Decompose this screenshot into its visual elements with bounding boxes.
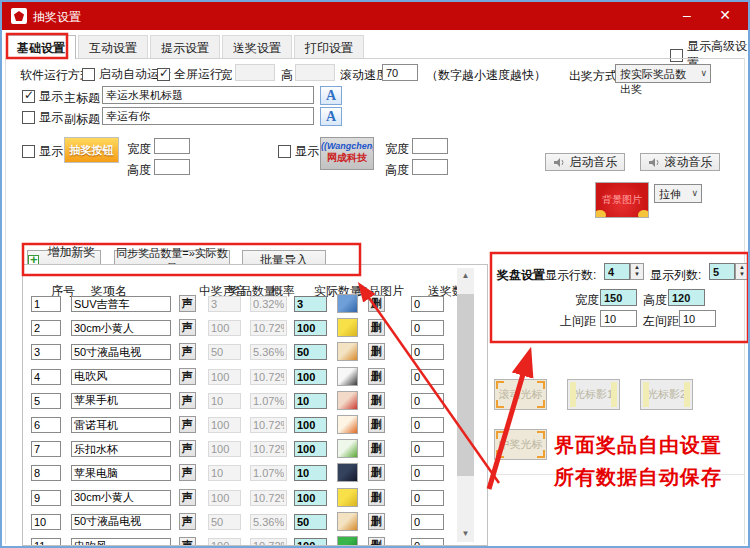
scroll-speed-input[interactable] [382, 64, 418, 81]
give-count-input[interactable] [411, 490, 444, 506]
actual-qty-input[interactable] [294, 344, 327, 360]
logo-height-input[interactable] [412, 159, 448, 175]
draw-button-image[interactable]: 抽奖按钮 [64, 137, 119, 163]
sound-button[interactable]: 声 [179, 513, 196, 530]
cols-spinner[interactable]: ▲▼ [735, 263, 749, 280]
prize-qty-input[interactable] [208, 369, 241, 385]
prize-name-input[interactable] [71, 393, 171, 409]
give-count-input[interactable] [411, 296, 444, 312]
prize-image[interactable] [337, 463, 358, 482]
probability-input[interactable] [250, 320, 287, 336]
sound-button[interactable]: 声 [179, 295, 196, 312]
top-gap-input[interactable] [600, 310, 637, 327]
scrollbar-down-icon[interactable]: ▼ [457, 526, 474, 542]
rows-input[interactable] [604, 263, 630, 280]
actual-qty-input[interactable] [294, 296, 327, 312]
left-gap-input[interactable] [679, 310, 716, 327]
actual-qty-input[interactable] [294, 393, 327, 409]
actual-qty-input[interactable] [294, 369, 327, 385]
row-index-input[interactable] [31, 538, 61, 546]
cursor-image-button-4[interactable]: 中奖光标 [494, 429, 547, 460]
prize-name-input[interactable] [71, 490, 171, 506]
sound-button[interactable]: 声 [179, 368, 196, 385]
row-index-input[interactable] [31, 369, 61, 385]
draw-button-show-checkbox[interactable]: 显示 [22, 143, 63, 160]
delete-button[interactable]: 删 [368, 513, 385, 530]
prize-name-input[interactable] [71, 320, 171, 336]
prize-name-input[interactable] [71, 538, 171, 546]
actual-qty-input[interactable] [294, 320, 327, 336]
row-index-input[interactable] [31, 393, 61, 409]
sound-button[interactable]: 声 [179, 343, 196, 360]
probability-input[interactable] [250, 441, 287, 457]
give-count-input[interactable] [411, 514, 444, 530]
scroll-music-button[interactable]: 滚动音乐 [640, 153, 720, 171]
cell-width-input[interactable] [600, 289, 637, 306]
prize-qty-input[interactable] [208, 490, 241, 506]
logo-width-input[interactable] [412, 138, 448, 154]
row-index-input[interactable] [31, 296, 61, 312]
rows-spinner[interactable]: ▲▼ [630, 263, 644, 280]
tab-1[interactable]: 基础设置 [6, 35, 76, 59]
delete-button[interactable]: 删 [368, 368, 385, 385]
probability-input[interactable] [250, 538, 287, 546]
row-index-input[interactable] [31, 344, 61, 360]
row-index-input[interactable] [31, 514, 61, 530]
actual-qty-input[interactable] [294, 514, 327, 530]
give-count-input[interactable] [411, 465, 444, 481]
prize-qty-input[interactable] [208, 296, 241, 312]
prize-image[interactable] [337, 318, 358, 337]
probability-input[interactable] [250, 514, 287, 530]
scrollbar-up-icon[interactable]: ▲ [457, 268, 474, 284]
probability-input[interactable] [250, 296, 287, 312]
button-height-input[interactable] [154, 159, 190, 175]
row-index-input[interactable] [31, 417, 61, 433]
prize-image[interactable] [337, 415, 358, 434]
probability-input[interactable] [250, 393, 287, 409]
sound-button[interactable]: 声 [179, 489, 196, 506]
actual-qty-input[interactable] [294, 417, 327, 433]
prize-name-input[interactable] [71, 514, 171, 530]
prize-qty-input[interactable] [208, 514, 241, 530]
sound-button[interactable]: 声 [179, 464, 196, 481]
sound-button[interactable]: 声 [179, 416, 196, 433]
prize-image[interactable] [337, 294, 358, 313]
prize-qty-input[interactable] [208, 344, 241, 360]
prize-qty-input[interactable] [208, 417, 241, 433]
fullscreen-checkbox[interactable]: 全屏运行 [157, 66, 222, 83]
minimize-icon[interactable]: – [670, 2, 704, 30]
prize-image[interactable] [337, 512, 358, 531]
run-width-input[interactable] [235, 64, 275, 81]
tab-5[interactable]: 打印设置 [294, 35, 364, 58]
prize-name-input[interactable] [71, 344, 171, 360]
give-count-input[interactable] [411, 344, 444, 360]
delete-button[interactable]: 删 [368, 440, 385, 457]
prize-image[interactable] [337, 367, 358, 386]
sound-button[interactable]: 声 [179, 440, 196, 457]
prize-image[interactable] [337, 391, 358, 410]
background-image-button[interactable]: 背景图片 [595, 182, 649, 218]
actual-qty-input[interactable] [294, 441, 327, 457]
actual-qty-input[interactable] [294, 538, 327, 546]
actual-qty-input[interactable] [294, 490, 327, 506]
run-height-input[interactable] [295, 64, 335, 81]
prize-name-input[interactable] [71, 465, 171, 481]
sub-title-font-button[interactable]: A [320, 107, 342, 126]
tab-3[interactable]: 提示设置 [150, 35, 220, 58]
give-count-input[interactable] [411, 393, 444, 409]
main-title-font-button[interactable]: A [320, 86, 342, 105]
cols-input[interactable] [709, 263, 735, 280]
probability-input[interactable] [250, 465, 287, 481]
prize-qty-input[interactable] [208, 465, 241, 481]
cursor-image-button-3[interactable]: 光标影2 [640, 379, 693, 410]
close-icon[interactable]: ✕ [708, 2, 742, 30]
main-title-show-checkbox[interactable]: 显示 [22, 88, 63, 105]
sub-title-show-checkbox[interactable]: 显示 [22, 109, 63, 126]
delete-button[interactable]: 删 [368, 392, 385, 409]
prize-name-input[interactable] [71, 369, 171, 385]
prize-qty-input[interactable] [208, 441, 241, 457]
row-index-input[interactable] [31, 320, 61, 336]
prize-image[interactable] [337, 439, 358, 458]
prize-name-input[interactable] [71, 296, 171, 312]
table-scrollbar[interactable]: ▲ ▼ [457, 268, 474, 542]
